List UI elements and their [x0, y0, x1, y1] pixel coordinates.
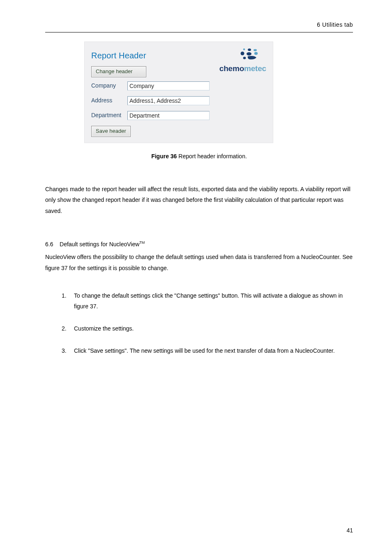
- paragraph-2: NucleoView offers the possibility to cha…: [45, 252, 353, 273]
- figure-caption-rest: Report header information.: [177, 153, 247, 160]
- svg-point-1: [248, 49, 251, 51]
- ordered-list: 1. To change the default settings click …: [45, 291, 353, 356]
- department-label: Department: [91, 111, 127, 120]
- list-item-number: 1.: [62, 291, 74, 301]
- report-header-panel: Report Header Change header: [84, 42, 273, 143]
- change-header-button[interactable]: Change header: [91, 66, 146, 77]
- section-heading: 6.6 Default settings for NucleoViewTM: [45, 240, 353, 249]
- department-input[interactable]: [127, 111, 210, 120]
- save-header-button[interactable]: Save header: [91, 126, 131, 137]
- list-item-body: To change the default settings click the…: [74, 291, 353, 312]
- list-item-number: 3.: [62, 346, 74, 356]
- list-item-body: Customize the settings.: [74, 324, 353, 334]
- section-title: Default settings for NucleoView: [60, 241, 139, 247]
- list-item-body: Click "Save settings". The new settings …: [74, 346, 353, 356]
- chemometec-logo: chemometec: [215, 48, 266, 75]
- svg-point-5: [254, 52, 258, 55]
- company-input[interactable]: [127, 81, 210, 90]
- running-head: 6 Utilities tab: [45, 21, 353, 32]
- list-item-number: 2.: [62, 324, 74, 334]
- logo-text-light: metec: [244, 64, 266, 73]
- svg-point-0: [243, 48, 245, 50]
- panel-title: Report Header: [91, 49, 146, 62]
- paragraph-1: Changes made to the report header will a…: [45, 184, 353, 217]
- logo-text-strong: chemo: [219, 64, 244, 73]
- page-number: 41: [346, 526, 353, 535]
- svg-point-6: [243, 57, 246, 59]
- section-number: 6.6: [45, 241, 53, 247]
- screenshot-figure: Report Header Change header: [84, 42, 273, 143]
- list-item: 3. Click "Save settings". The new settin…: [62, 346, 353, 356]
- logo-dots-icon: [217, 48, 266, 60]
- list-item: 2. Customize the settings.: [62, 324, 353, 334]
- svg-point-3: [241, 51, 244, 55]
- svg-point-2: [254, 49, 257, 51]
- address-input[interactable]: [127, 96, 210, 105]
- company-label: Company: [91, 81, 127, 90]
- list-item: 1. To change the default settings click …: [62, 291, 353, 312]
- address-label: Address: [91, 96, 127, 105]
- figure-caption-bold: Figure 36: [151, 153, 177, 160]
- figure-caption: Figure 36 Report header information.: [45, 152, 353, 161]
- svg-point-4: [247, 52, 251, 56]
- section-title-sup: TM: [139, 241, 145, 245]
